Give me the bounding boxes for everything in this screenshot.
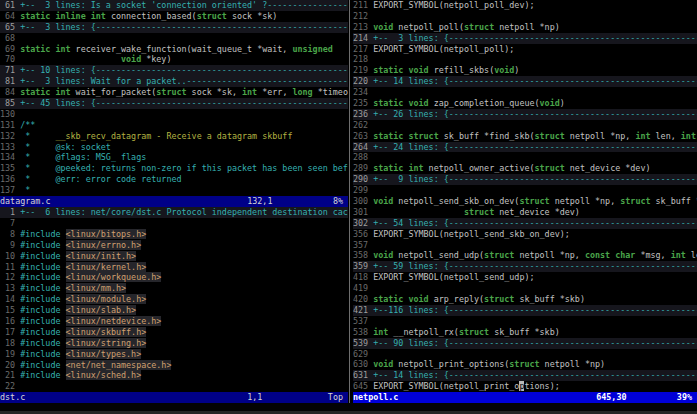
folded-line[interactable]: 220+-- 14 lines: {----------------------…: [353, 76, 697, 87]
code-line[interactable]: 10#include <linux/init.h>: [0, 251, 348, 262]
code-line[interactable]: 21#include <linux/sched.h>: [0, 370, 348, 381]
code-line[interactable]: 300void netpoll_send_skb_on_dev(struct n…: [353, 196, 697, 207]
code-line[interactable]: 69static int receiver_wake_function(wait…: [0, 44, 348, 55]
code-line[interactable]: 219static void refill_skbs(void): [353, 65, 697, 76]
code-line[interactable]: 7: [0, 218, 348, 229]
folded-line[interactable]: 631+-- 14 lines: {----------------------…: [353, 370, 697, 381]
vertical-split-separator[interactable]: [348, 0, 353, 403]
line-text: void *key): [20, 54, 348, 65]
statusline-netpoll-c-active[interactable]: netpoll.c 645,30 39%: [353, 392, 697, 403]
folded-line[interactable]: 65+-- 3 lines: {------------------------…: [0, 22, 348, 33]
code-line[interactable]: 645EXPORT_SYMBOL(netpoll_print_options);: [353, 381, 697, 392]
code-line[interactable]: 12#include <linux/workqueue.h>: [0, 272, 348, 283]
line-text: EXPORT_SYMBOL(netpoll_poll_dev);: [373, 0, 697, 11]
buffer-dst-c[interactable]: 1+-- 6 lines: net/core/dst.c Protocol in…: [0, 207, 348, 392]
folded-line[interactable]: 81+-- 3 lines: Wait for a packet..------…: [0, 76, 348, 87]
code-line[interactable]: 11#include <linux/kernel.h>: [0, 262, 348, 273]
code-line[interactable]: 358void netpoll_send_udp(struct netpoll …: [353, 250, 697, 261]
line-text: [373, 240, 697, 251]
code-line[interactable]: 19#include <linux/types.h>: [0, 349, 348, 360]
folded-line[interactable]: 214+-- 3 lines: {-----------------------…: [353, 33, 697, 44]
folded-line[interactable]: 236+-- 26 lines: {----------------------…: [353, 109, 697, 120]
folded-line[interactable]: 290+-- 9 lines: {-----------------------…: [353, 174, 697, 185]
code-line[interactable]: 132 * __skb_recv_datagram - Receive a da…: [0, 131, 348, 142]
code-line[interactable]: 22: [0, 381, 348, 392]
code-line[interactable]: 301 struct net_device *dev): [353, 207, 697, 218]
statusline-dst-c[interactable]: dst.c 1,1 Top: [0, 392, 348, 403]
code-line[interactable]: 629: [353, 349, 697, 360]
line-number: 136: [0, 174, 20, 185]
buffer-netpoll-c[interactable]: 211EXPORT_SYMBOL(netpoll_poll_dev);21221…: [353, 0, 697, 392]
line-text: void netpoll_poll(struct netpoll *np): [373, 22, 697, 33]
statusline-fill: [25, 392, 247, 403]
code-line[interactable]: 218: [353, 54, 697, 65]
code-line[interactable]: 211EXPORT_SYMBOL(netpoll_poll_dev);: [353, 0, 697, 11]
line-number: 130: [0, 109, 20, 120]
code-line[interactable]: 20#include <net/net_namespace.h>: [0, 360, 348, 371]
code-line[interactable]: 18#include <linux/string.h>: [0, 338, 348, 349]
code-line[interactable]: 68: [0, 33, 348, 44]
line-number: 17: [0, 327, 20, 338]
line-number: 358: [353, 250, 373, 261]
code-line[interactable]: 289static int netpoll_owner_active(struc…: [353, 163, 697, 174]
code-line[interactable]: 288: [353, 152, 697, 163]
code-line[interactable]: 64static inline int connection_based(str…: [0, 11, 348, 22]
code-line[interactable]: 137 *: [0, 185, 348, 196]
line-number: 132: [0, 131, 20, 142]
code-line[interactable]: 16#include <linux/netdevice.h>: [0, 316, 348, 327]
code-line[interactable]: 262: [353, 120, 697, 131]
line-number: 235: [353, 98, 373, 109]
line-text: static int netpoll_owner_active(struct n…: [373, 163, 697, 174]
line-text: [373, 54, 697, 65]
code-line[interactable]: 263static struct sk_buff *find_skb(struc…: [353, 131, 697, 142]
statusline-scroll-percent: 8%: [318, 196, 348, 207]
line-text: #include <linux/types.h>: [20, 349, 348, 360]
code-line[interactable]: 217EXPORT_SYMBOL(netpoll_poll);: [353, 44, 697, 55]
code-line[interactable]: 212: [353, 11, 697, 22]
code-line[interactable]: 213void netpoll_poll(struct netpoll *np): [353, 22, 697, 33]
code-line[interactable]: 357: [353, 240, 697, 251]
code-line[interactable]: 84static int wait_for_packet(struct sock…: [0, 87, 348, 98]
folded-line[interactable]: 359+-- 59 lines: {----------------------…: [353, 261, 697, 272]
code-line[interactable]: 420static void arp_reply(struct sk_buff …: [353, 294, 697, 305]
code-line[interactable]: 537: [353, 316, 697, 327]
line-number: 20: [0, 360, 20, 371]
code-line[interactable]: 13#include <linux/mm.h>: [0, 283, 348, 294]
folded-line[interactable]: 302+-- 54 lines: {----------------------…: [353, 218, 697, 229]
code-line[interactable]: 9#include <linux/errno.h>: [0, 240, 348, 251]
line-text: void netpoll_print_options(struct netpol…: [373, 359, 697, 370]
statusline-datagram-c[interactable]: datagram.c 132,1 8%: [0, 196, 348, 207]
code-line[interactable]: 14#include <linux/module.h>: [0, 294, 348, 305]
code-line[interactable]: 136 * @err: error code returned: [0, 174, 348, 185]
code-line[interactable]: 133 * @sk: socket: [0, 142, 348, 153]
line-number: 236: [353, 109, 373, 120]
folded-line[interactable]: 1+-- 6 lines: net/core/dst.c Protocol in…: [0, 207, 348, 218]
code-line[interactable]: 8#include <linux/bitops.h>: [0, 229, 348, 240]
code-line[interactable]: 356EXPORT_SYMBOL(netpoll_send_skb_on_dev…: [353, 229, 697, 240]
buffer-datagram-c[interactable]: 61+-- 3 lines: Is a socket 'connection o…: [0, 0, 348, 196]
line-number: 538: [353, 327, 373, 338]
code-line[interactable]: 630void netpoll_print_options(struct net…: [353, 359, 697, 370]
line-text: * @err: error code returned: [20, 174, 348, 185]
code-line[interactable]: 419: [353, 283, 697, 294]
command-line[interactable]: [0, 403, 697, 414]
folded-line[interactable]: 264+-- 24 lines: {----------------------…: [353, 142, 697, 153]
code-line[interactable]: 17#include <linux/skbuff.h>: [0, 327, 348, 338]
code-line[interactable]: 299: [353, 185, 697, 196]
code-line[interactable]: 131/**: [0, 120, 348, 131]
code-line[interactable]: 70 void *key): [0, 54, 348, 65]
folded-line[interactable]: 421+--116 lines: {----------------------…: [353, 305, 697, 316]
code-line[interactable]: 15#include <linux/slab.h>: [0, 305, 348, 316]
folded-line[interactable]: 85+-- 45 lines: {-----------------------…: [0, 98, 348, 109]
folded-line[interactable]: 539+-- 90 lines: {----------------------…: [353, 338, 697, 349]
code-line[interactable]: 130: [0, 109, 348, 120]
line-number: 537: [353, 316, 373, 327]
code-line[interactable]: 538int __netpoll_rx(struct sk_buff *skb): [353, 327, 697, 338]
code-line[interactable]: 418EXPORT_SYMBOL(netpoll_send_udp);: [353, 272, 697, 283]
code-line[interactable]: 135 * @peeked: returns non-zero if this …: [0, 163, 348, 174]
folded-line[interactable]: 61+-- 3 lines: Is a socket 'connection o…: [0, 0, 348, 11]
code-line[interactable]: 234: [353, 87, 697, 98]
code-line[interactable]: 235static void zap_completion_queue(void…: [353, 98, 697, 109]
code-line[interactable]: 134 * @flags: MSG_ flags: [0, 152, 348, 163]
folded-line[interactable]: 71+-- 10 lines: {-----------------------…: [0, 65, 348, 76]
